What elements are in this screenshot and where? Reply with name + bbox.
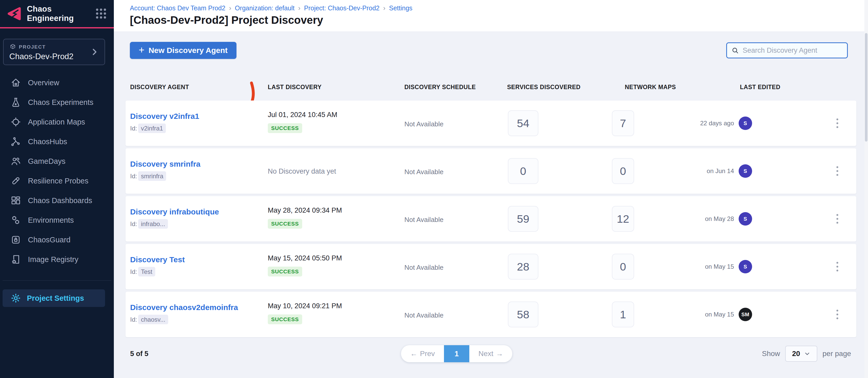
sidebar-divider [3,280,111,281]
avatar: S [739,260,752,273]
page-title: [Chaos-Dev-Prod2] Project Discovery [130,14,323,26]
flask-icon [10,97,21,108]
per-page-label: per page [823,350,851,358]
new-discovery-agent-button[interactable]: + New Discovery Agent [130,42,237,59]
breadcrumb-project[interactable]: Project: Chaos-Dev-Prod2 [304,4,379,12]
plus-icon: + [139,45,144,55]
last-discovery-date: May 10, 2024 09:21 PM [268,302,342,310]
scrollbar-thumb[interactable] [865,33,867,142]
table-row: Discovery v2infra1 Id:v2infra1 Jul 01, 2… [125,101,856,146]
network-maps-count: 7 [612,110,634,136]
status-badge: SUCCESS [268,267,302,276]
brand-row: Chaos Engineering [0,0,114,28]
agent-id-pill: v2infra1 [138,124,166,133]
discovery-schedule: Not Available [404,168,443,176]
page-size-select[interactable]: 20 [785,346,817,362]
brand-title: Chaos Engineering [27,4,96,23]
content-area: + New Discovery Agent DISCOVERY AGENT LA… [114,32,868,378]
discovery-schedule: Not Available [404,264,443,272]
breadcrumb-settings[interactable]: Settings [389,4,412,12]
sidebar-item-overview[interactable]: Overview [0,73,114,93]
network-maps-count: 0 [612,158,634,184]
chevron-right-icon [90,47,99,56]
row-count: 5 of 5 [130,350,149,358]
row-menu-icon[interactable] [834,116,841,131]
network-icon [10,136,21,147]
agent-id-pill: infrabo... [138,219,168,229]
column-header-discovery-agent: DISCOVERY AGENT [130,84,189,91]
sidebar-item-project-settings[interactable]: Project Settings [3,289,105,307]
target-icon [10,116,21,127]
services-discovered-count: 58 [508,302,538,328]
breadcrumb-account[interactable]: Account: Chaos Dev Team Prod2 [130,4,225,12]
agent-name-link[interactable]: Discovery infraboutique [130,207,219,216]
sidebar-item-image-registry[interactable]: Image Registry [0,250,114,269]
search-icon [731,46,739,55]
agent-id-pill: chaosv... [138,315,168,324]
table-row: Discovery smrinfra Id:smrinfra No Discov… [125,148,856,194]
discovery-schedule: Not Available [404,216,443,224]
prev-page-button[interactable]: ← Prev [401,345,444,362]
last-edited-text: on May 28 [705,215,734,222]
row-menu-icon[interactable] [834,164,841,178]
last-discovery-date: Jul 01, 2024 10:45 AM [268,111,337,119]
row-menu-icon[interactable] [834,307,841,322]
sidebar-item-application-maps[interactable]: Application Maps [0,112,114,132]
hexagons-icon [10,215,21,226]
cube-icon [9,43,16,50]
sidebar: Chaos Engineering PROJECT Chaos-Dev-Prod… [0,0,114,378]
row-menu-icon[interactable] [834,212,841,226]
users-icon [10,156,21,167]
chevron-down-icon [804,350,811,357]
search-input[interactable] [743,46,843,55]
status-badge: SUCCESS [268,123,302,133]
services-discovered-count: 54 [508,110,538,136]
gear-icon [10,293,21,304]
pagination: ← Prev 1 Next → [401,345,512,362]
breadcrumb-separator: › [298,4,301,12]
services-discovered-count: 59 [508,206,538,232]
project-label: PROJECT [19,44,46,50]
sidebar-item-chaoshubs[interactable]: ChaosHubs [0,132,114,151]
column-header-last-discovery: LAST DISCOVERY [268,84,321,91]
sidebar-item-gamedays[interactable]: GameDays [0,151,114,171]
project-name: Chaos-Dev-Prod2 [9,52,99,61]
last-discovery-date: May 15, 2024 05:50 PM [268,254,342,262]
sidebar-menu: Overview Chaos Experiments Application M… [0,73,114,269]
discovery-schedule: Not Available [404,120,443,128]
sidebar-item-environments[interactable]: Environments [0,210,114,230]
status-badge: SUCCESS [268,219,302,229]
project-selector[interactable]: PROJECT Chaos-Dev-Prod2 [3,39,105,65]
breadcrumb-separator: › [383,4,385,12]
row-menu-icon[interactable] [834,260,841,274]
lock-icon [10,234,21,245]
page-size-control: Show 20 per page [762,345,851,362]
agent-id-pill: smrinfra [138,171,166,181]
agent-name-link[interactable]: Discovery smrinfra [130,160,200,168]
agent-name-link[interactable]: Discovery v2infra1 [130,112,199,121]
next-page-button[interactable]: Next → [469,345,512,362]
agent-name-link[interactable]: Discovery chaosv2demoinfra [130,303,238,312]
sidebar-item-chaos-dashboards[interactable]: Chaos Dashboards [0,191,114,210]
chaos-engineering-app: Chaos Engineering PROJECT Chaos-Dev-Prod… [0,0,868,378]
sidebar-item-resilience-probes[interactable]: Resilience Probes [0,171,114,191]
file-gear-icon [10,254,21,265]
services-discovered-count: 0 [508,158,538,184]
breadcrumb-separator: › [229,4,231,12]
sidebar-item-chaosguard[interactable]: ChaosGuard [0,230,114,250]
table-row: Discovery infraboutique Id:infrabo... Ma… [125,196,856,242]
breadcrumb-organization[interactable]: Organization: default [235,4,295,12]
sidebar-item-chaos-experiments[interactable]: Chaos Experiments [0,93,114,112]
last-edited-text: on Jun 14 [707,167,734,175]
table-row: Discovery chaosv2demoinfra Id:chaosv... … [125,292,856,337]
page-number-button[interactable]: 1 [444,345,469,362]
scrollbar[interactable] [864,0,868,378]
test-tube-icon [10,175,21,186]
breadcrumb: Account: Chaos Dev Team Prod2 › Organiza… [130,4,412,12]
app-switcher-icon[interactable] [96,8,106,19]
no-discovery-text: No Discovery data yet [268,167,336,175]
discovery-agent-table: Discovery v2infra1 Id:v2infra1 Jul 01, 2… [125,101,856,340]
agent-name-link[interactable]: Discovery Test [130,255,185,264]
last-edited-text: on May 15 [705,263,734,270]
last-discovery-date: May 28, 2024 09:34 PM [268,206,342,214]
